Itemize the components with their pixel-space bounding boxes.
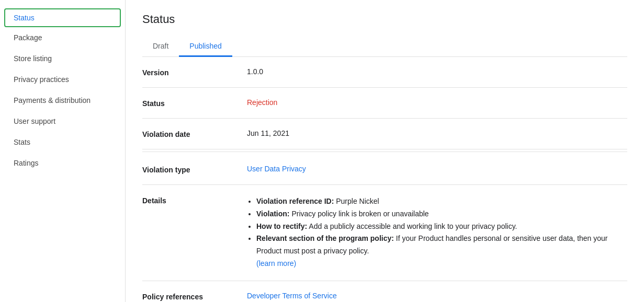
status-label: Status xyxy=(142,98,247,108)
sidebar-item-privacy-practices[interactable]: Privacy practices xyxy=(0,69,125,90)
detail-text-1: Purple Nickel xyxy=(334,197,379,205)
violation-type-value[interactable]: User Data Privacy xyxy=(247,165,627,173)
detail-bold-2: Violation: xyxy=(256,210,290,218)
list-item: Violation reference ID: Purple Nickel xyxy=(256,195,627,208)
main-content: Status Draft Published Version 1.0.0 Sta… xyxy=(126,0,644,302)
list-item: Relevant section of the program policy: … xyxy=(256,233,627,270)
sidebar-item-package[interactable]: Package xyxy=(0,27,125,48)
list-item: Violation: Privacy policy link is broken… xyxy=(256,208,627,220)
sidebar-item-user-support[interactable]: User support xyxy=(0,111,125,132)
learn-more-link[interactable]: (learn more) xyxy=(256,259,296,268)
violation-type-row: Violation type User Data Privacy xyxy=(142,154,627,185)
detail-bold-3: How to rectify: xyxy=(256,222,307,230)
detail-bold-1: Violation reference ID: xyxy=(256,197,334,205)
sidebar-item-stats[interactable]: Stats xyxy=(0,132,125,153)
details-label: Details xyxy=(142,195,247,205)
policy-references-value: Developer Terms of Service Program Polic… xyxy=(247,292,627,302)
version-row: Version 1.0.0 xyxy=(142,57,627,88)
detail-text-2: Privacy policy link is broken or unavail… xyxy=(290,210,429,218)
tab-bar: Draft Published xyxy=(142,37,627,57)
tab-draft[interactable]: Draft xyxy=(142,37,179,57)
sidebar-item-ratings[interactable]: Ratings xyxy=(0,153,125,173)
status-value: Rejection xyxy=(247,98,627,107)
data-section: Version 1.0.0 Status Rejection Violation… xyxy=(142,57,627,302)
page-title: Status xyxy=(142,13,627,26)
details-value: Violation reference ID: Purple Nickel Vi… xyxy=(247,195,627,270)
status-row: Status Rejection xyxy=(142,88,627,119)
detail-bold-4: Relevant section of the program policy: xyxy=(256,234,394,242)
version-label: Version xyxy=(142,67,247,77)
sidebar: Status Package Store listing Privacy pra… xyxy=(0,0,126,302)
policy-references-row: Policy references Developer Terms of Ser… xyxy=(142,281,627,302)
policy-references-label: Policy references xyxy=(142,292,247,301)
details-row: Details Violation reference ID: Purple N… xyxy=(142,185,627,281)
details-list: Violation reference ID: Purple Nickel Vi… xyxy=(247,195,627,270)
violation-date-row: Violation date Jun 11, 2021 xyxy=(142,119,627,149)
violation-date-label: Violation date xyxy=(142,129,247,138)
violation-type-label: Violation type xyxy=(142,165,247,174)
separator xyxy=(142,152,627,152)
sidebar-item-status[interactable]: Status xyxy=(4,8,121,27)
violation-date-value: Jun 11, 2021 xyxy=(247,129,627,137)
detail-text-3: Add a publicly accessible and working li… xyxy=(307,222,517,230)
sidebar-item-store-listing[interactable]: Store listing xyxy=(0,48,125,69)
sidebar-item-payments-distribution[interactable]: Payments & distribution xyxy=(0,90,125,111)
policy-link-developer-terms[interactable]: Developer Terms of Service xyxy=(247,292,627,300)
version-value: 1.0.0 xyxy=(247,67,627,76)
tab-published[interactable]: Published xyxy=(179,37,232,57)
list-item: How to rectify: Add a publicly accessibl… xyxy=(256,220,627,233)
